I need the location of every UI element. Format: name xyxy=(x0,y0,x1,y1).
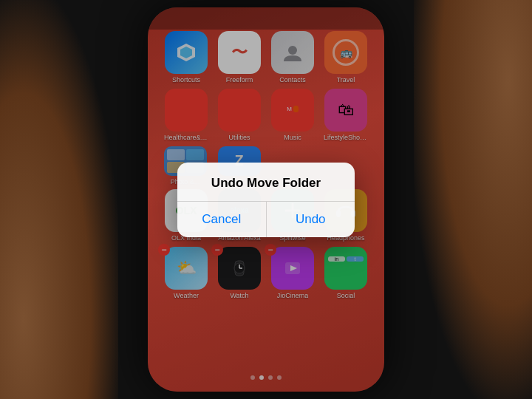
dialog-buttons: Cancel Undo xyxy=(177,201,355,237)
scene: Shortcuts 〜 Freeform Contacts xyxy=(0,0,532,399)
dialog-overlay: Undo Move Folder Cancel Undo xyxy=(148,7,384,392)
phone-screen: Shortcuts 〜 Freeform Contacts xyxy=(148,7,384,392)
undo-move-folder-dialog: Undo Move Folder Cancel Undo xyxy=(177,163,355,237)
dialog-title: Undo Move Folder xyxy=(177,163,355,201)
undo-button[interactable]: Undo xyxy=(267,202,355,237)
cancel-button[interactable]: Cancel xyxy=(177,202,267,237)
